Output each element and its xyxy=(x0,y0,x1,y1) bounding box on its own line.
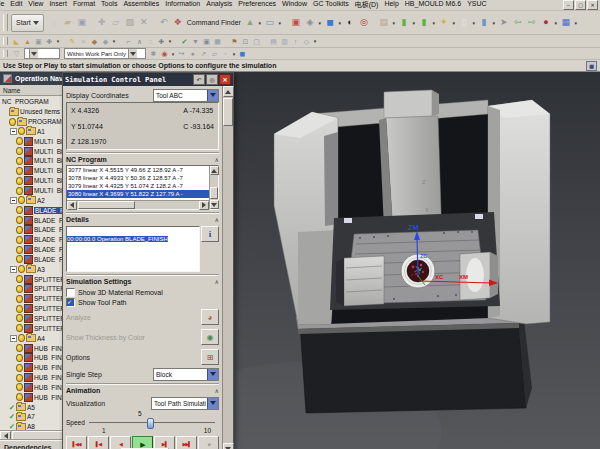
blue-sheet-icon[interactable]: ▮ xyxy=(477,15,491,30)
selection-scope-combo[interactable]: Within Work Part Only xyxy=(64,48,146,59)
restore-button[interactable]: ▢ xyxy=(575,0,586,10)
command-finder-label[interactable]: Command Finder xyxy=(187,19,241,26)
back-arrow-icon[interactable]: ⇦ xyxy=(511,15,525,30)
play-button[interactable]: ▶ xyxy=(132,436,153,449)
transform-icon-dropdown[interactable]: ▾ xyxy=(312,35,318,48)
rotate-view-icon[interactable]: ◎ xyxy=(357,15,371,30)
menu-item-assemblies[interactable]: Assemblies xyxy=(123,0,159,10)
section-simulation-settings[interactable]: Simulation Settings ∧ xyxy=(66,275,219,287)
verify-icon[interactable]: ✔ xyxy=(179,36,190,46)
snap-mid-icon[interactable]: ∧ xyxy=(134,36,145,46)
menu-item-d[interactable]: 电极(D) xyxy=(355,0,379,10)
details-list[interactable]: 00:00:00.0 Operation BLADE_FINISH xyxy=(66,226,200,272)
grid-icon[interactable]: ▦ xyxy=(559,15,573,30)
play-reverse-button[interactable]: ◀ xyxy=(110,436,131,449)
blend-icon-dropdown[interactable]: ▾ xyxy=(111,35,117,48)
toolbar-handle[interactable] xyxy=(3,50,8,58)
dialog-clip-button[interactable]: ◎ xyxy=(206,74,218,85)
speed-slider[interactable] xyxy=(89,422,215,423)
tree-expander-icon[interactable] xyxy=(10,128,17,135)
swept-icon[interactable]: ◆ xyxy=(89,36,100,46)
new-icon[interactable]: ▯ xyxy=(47,15,61,30)
menu-item-tools[interactable]: Tools xyxy=(101,0,117,10)
scrollbar-thumb[interactable] xyxy=(78,201,135,209)
nc-program-list[interactable]: 3077 linear X 4.5515 Y 49.66 Z 128.92 A … xyxy=(66,165,219,210)
transform-icon[interactable]: ◇ xyxy=(301,36,312,46)
show-tool-path-row[interactable]: Show Tool Path xyxy=(66,297,219,307)
flag-icon[interactable]: ⚑ xyxy=(229,36,240,46)
menu-item-gc-toolkits[interactable]: GC Toolkits xyxy=(313,0,349,10)
scroll-up-icon[interactable] xyxy=(223,86,234,97)
section-details[interactable]: Details ∧ xyxy=(66,213,219,225)
copy-icon[interactable]: ▱ xyxy=(109,15,123,30)
dialog-close-button[interactable]: ✕ xyxy=(219,74,231,85)
nc-vertical-scrollbar[interactable] xyxy=(209,166,218,209)
datum-icon-dropdown[interactable]: ▾ xyxy=(55,35,61,48)
scroll-left-icon[interactable] xyxy=(67,201,77,210)
stop-button[interactable]: ■ xyxy=(198,436,219,449)
show-3d-material-removal-checkbox[interactable] xyxy=(66,288,75,297)
note-icon[interactable]: ⊡ xyxy=(240,36,251,46)
menu-item-ysuc[interactable]: YSUC xyxy=(467,0,486,10)
list-icon[interactable]: ▼ xyxy=(190,36,201,46)
toolbar-handle[interactable] xyxy=(3,37,8,45)
scroll-down-icon[interactable] xyxy=(210,200,219,209)
nc-horizontal-scrollbar[interactable] xyxy=(67,200,209,209)
undo-icon[interactable]: ↶ xyxy=(157,15,171,30)
datum-icon[interactable]: ✚ xyxy=(44,36,55,46)
tree-expander-icon[interactable] xyxy=(10,197,17,204)
panel-icon[interactable]: ▢ xyxy=(251,36,262,46)
dashed-box-icon[interactable]: ▫ xyxy=(220,49,231,59)
viewport-3d[interactable]: Z X Y xyxy=(232,72,600,449)
coordinate-mode-combo[interactable]: Tool ABC xyxy=(153,89,219,102)
menu-item-hb-mould-m6-6[interactable]: HB_MOULD M6.6 xyxy=(405,0,461,10)
collapse-icon[interactable]: ∧ xyxy=(215,387,219,394)
close-button[interactable]: ✕ xyxy=(587,0,598,10)
extrude-icon[interactable]: ▲ xyxy=(22,36,33,46)
menu-item-window[interactable]: Window xyxy=(282,0,307,10)
nc-program-line[interactable]: 3077 linear X 4.5515 Y 49.66 Z 128.92 A … xyxy=(67,166,209,174)
menu-item-file[interactable]: File xyxy=(0,0,4,10)
filter-icon[interactable]: ▽ xyxy=(11,49,22,59)
display-mode-icon-dropdown[interactable]: ▾ xyxy=(277,16,283,30)
prompt-panel-icon[interactable]: ▦ xyxy=(586,61,597,71)
catalog-icon[interactable]: ▤ xyxy=(377,15,391,30)
menu-item-preferences[interactable]: Preferences xyxy=(238,0,276,10)
go-to-end-button[interactable]: ▶▶▌ xyxy=(176,436,197,449)
command-finder-icon[interactable]: ❖ xyxy=(171,15,185,30)
start-button[interactable]: Start xyxy=(11,14,44,32)
column-display-icon[interactable]: ▮ xyxy=(397,15,411,30)
nc-program-line[interactable]: 3079 linear X 4.4325 Y 51.074 Z 128.2 A … xyxy=(67,182,209,190)
selection-filter-combo[interactable] xyxy=(24,48,60,59)
machine-icon[interactable]: ▣ xyxy=(201,36,212,46)
snap-intersect-icon[interactable]: ✚ xyxy=(156,36,167,46)
plane-icon[interactable]: ▱ xyxy=(209,49,220,59)
dialog-reposition-button[interactable]: ↶ xyxy=(193,74,205,85)
snap-intersect-icon-dropdown[interactable]: ▾ xyxy=(167,35,173,48)
show-tool-path-checkbox[interactable] xyxy=(66,298,75,307)
shaded-cube-icon[interactable]: ◼ xyxy=(323,15,337,30)
paste-icon[interactable]: ▨ xyxy=(123,15,137,30)
speed-slider-thumb[interactable] xyxy=(147,418,154,429)
menu-item-format[interactable]: Format xyxy=(73,0,95,10)
collapse-icon[interactable]: ∧ xyxy=(215,216,219,223)
analyze-button[interactable]: ◕ xyxy=(201,309,219,325)
info-button[interactable]: i xyxy=(201,226,219,242)
snap-center-icon[interactable]: ◌ xyxy=(145,36,156,46)
skip-icon[interactable]: ➤ xyxy=(497,15,511,30)
step-forward-button[interactable]: ▶▌ xyxy=(154,436,175,449)
visualization-combo[interactable]: Tool Path Simulati xyxy=(151,397,219,410)
dialog-vertical-scrollbar[interactable] xyxy=(222,86,233,449)
open-icon[interactable]: ▰ xyxy=(61,15,75,30)
render-style-icon[interactable]: ◐ xyxy=(343,15,357,30)
vector-icon[interactable]: ↗ xyxy=(198,49,209,59)
hole-icon[interactable]: ▣ xyxy=(33,36,44,46)
scroll-right-icon[interactable] xyxy=(199,201,209,210)
sphere-small-icon[interactable]: ● xyxy=(187,49,198,59)
workpiece-icon[interactable]: ▦ xyxy=(212,36,223,46)
grid-icon-dropdown[interactable]: ▾ xyxy=(573,16,579,30)
paste-operation-icon[interactable]: ▥ xyxy=(279,36,290,46)
show-3d-material-removal-row[interactable]: Show 3D Material Removal xyxy=(66,287,219,297)
collapse-icon[interactable]: ∧ xyxy=(215,278,219,285)
forward-arrow-icon[interactable]: ⇨ xyxy=(525,15,539,30)
